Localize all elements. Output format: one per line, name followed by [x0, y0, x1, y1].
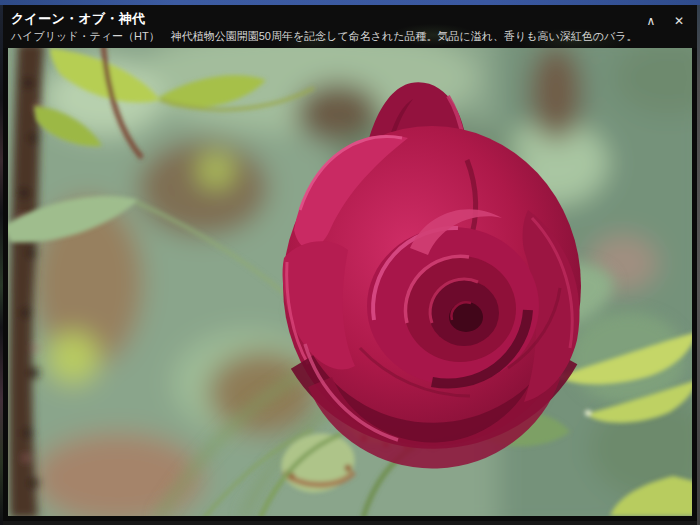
- image-title: クイーン・オブ・神代: [11, 11, 689, 27]
- lightbox-controls: ∧ ✕: [643, 13, 687, 29]
- page-behind-bottom-strip: [3, 521, 697, 525]
- chevron-up-icon: ∧: [647, 14, 656, 28]
- close-icon: ✕: [674, 14, 684, 28]
- rose-photo-illustration: [8, 48, 692, 516]
- collapse-caption-button[interactable]: ∧: [643, 13, 659, 29]
- lightbox-header: クイーン・オブ・神代 ハイブリッド・ティー（HT） 神代植物公園開園50周年を記…: [3, 5, 697, 48]
- rose-photo: [8, 48, 692, 516]
- image-lightbox: クイーン・オブ・神代 ハイブリッド・ティー（HT） 神代植物公園開園50周年を記…: [3, 5, 697, 521]
- close-button[interactable]: ✕: [671, 13, 687, 29]
- image-caption: ハイブリッド・ティー（HT） 神代植物公園開園50周年を記念して命名された品種。…: [11, 29, 689, 44]
- screen: クイーン・オブ・神代 ハイブリッド・ティー（HT） 神代植物公園開園50周年を記…: [0, 0, 700, 525]
